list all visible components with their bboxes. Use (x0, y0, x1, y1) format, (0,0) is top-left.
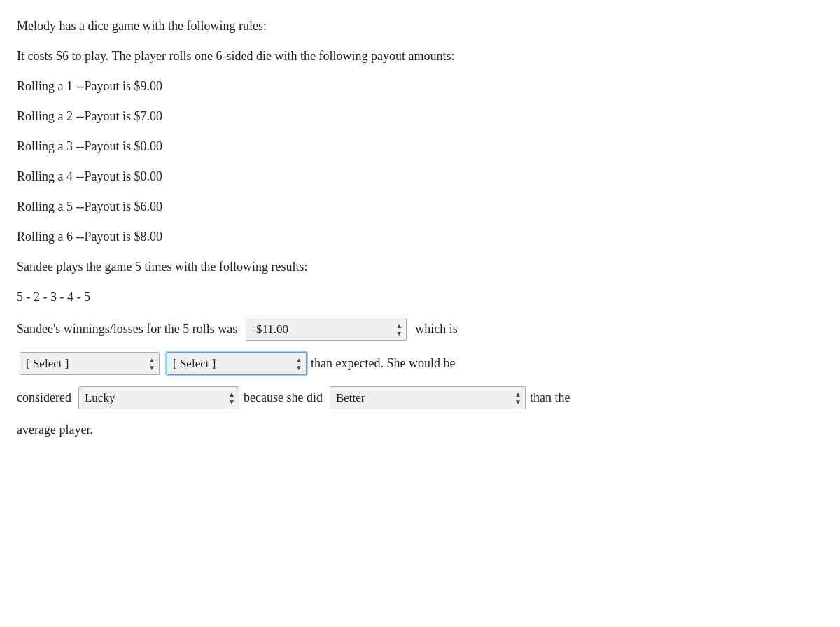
roll-2-text: Rolling a 2 --Payout is $7.00 (17, 107, 162, 126)
better-select[interactable]: [ Select ] Better Worse The same (330, 386, 526, 409)
winnings-after-text: which is (415, 322, 458, 337)
intro-text: Melody has a dice game with the followin… (17, 17, 267, 36)
roll-3-text: Rolling a 3 --Payout is $0.00 (17, 137, 162, 156)
comparison1-dropdown-wrapper: [ Select ] more less ▲ ▼ (20, 352, 160, 375)
cost-line-text: It costs $6 to play. The player rolls on… (17, 47, 454, 66)
than-expected-text: than expected. She would be (311, 356, 455, 371)
average-player-text: average player. (17, 421, 93, 439)
roll-4-text: Rolling a 4 --Payout is $0.00 (17, 167, 162, 186)
winnings-select[interactable]: -$11.00 -$10.00 -$9.00 -$8.00 -$7.00 $0.… (246, 318, 407, 341)
comparison2-dropdown-wrapper: [ Select ] more less ▲ ▼ (167, 352, 307, 375)
because-label: because she did (244, 390, 323, 405)
roll-5-text: Rolling a 5 --Payout is $6.00 (17, 197, 162, 216)
considered-label: considered (17, 390, 71, 405)
results-text: 5 - 2 - 3 - 4 - 5 (17, 288, 90, 307)
lucky-dropdown-wrapper: [ Select ] Lucky Unlucky Neither ▲ ▼ (78, 386, 239, 409)
winnings-before-text: Sandee's winnings/losses for the 5 rolls… (17, 322, 237, 337)
roll-6-text: Rolling a 6 --Payout is $8.00 (17, 227, 162, 246)
comparison2-select[interactable]: [ Select ] more less (167, 352, 307, 375)
lucky-select[interactable]: [ Select ] Lucky Unlucky Neither (78, 386, 239, 409)
comparison1-select[interactable]: [ Select ] more less (20, 352, 160, 375)
winnings-dropdown-wrapper: -$11.00 -$10.00 -$9.00 -$8.00 -$7.00 $0.… (246, 318, 407, 341)
sandee-line-text: Sandee plays the game 5 times with the f… (17, 258, 307, 276)
roll-1-text: Rolling a 1 --Payout is $9.00 (17, 77, 162, 96)
better-dropdown-wrapper: [ Select ] Better Worse The same ▲ ▼ (330, 386, 526, 409)
than-label: than the (530, 390, 570, 405)
